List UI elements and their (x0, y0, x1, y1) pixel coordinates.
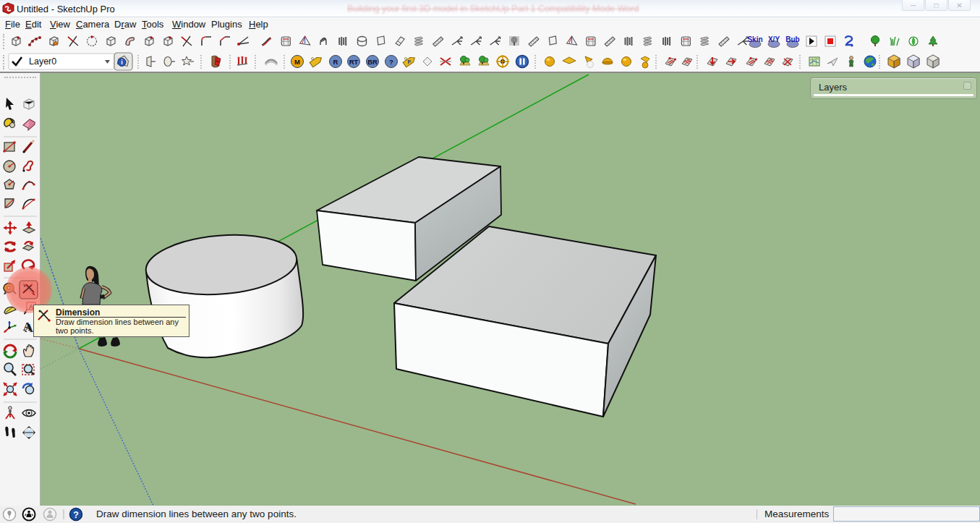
svg-text:BR: BR (367, 58, 378, 66)
svg-text:i: i (121, 59, 123, 66)
svg-text:?: ? (389, 58, 393, 66)
svg-text:A: A (23, 320, 33, 333)
svg-text:?: ? (73, 510, 79, 520)
svg-text:RT: RT (349, 58, 359, 66)
svg-text:M: M (294, 58, 300, 66)
svg-text:R: R (333, 58, 338, 66)
svg-text:X/Y: X/Y (768, 35, 780, 43)
svg-text:Layer0: Layer0 (29, 56, 56, 67)
svg-text:Skin: Skin (747, 35, 762, 43)
svg-text:F: F (408, 59, 412, 65)
svg-text:Bub: Bub (785, 35, 799, 43)
